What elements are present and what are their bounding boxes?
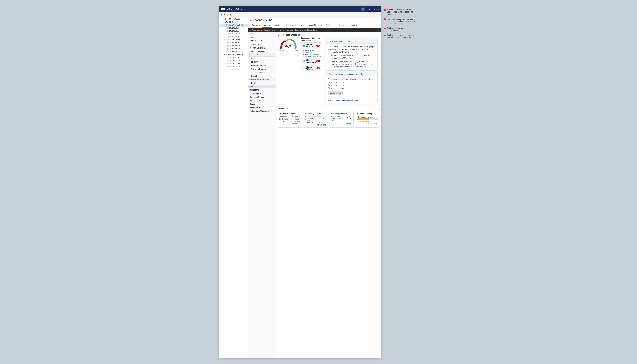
host-radio-input-1[interactable] (328, 82, 330, 84)
tab-networks[interactable]: Networks (336, 23, 348, 28)
why-header[interactable]: ▾ Why is this issue occurring? (326, 39, 378, 44)
grid-icon[interactable]: ⊞ (221, 14, 222, 16)
storage-perf-badge: -24 (316, 60, 320, 62)
nav-performance[interactable]: Performance (248, 106, 276, 110)
sidebar-host-dc3-2[interactable]: ▤ 10.26.355.10 (219, 59, 248, 62)
user-chevron-icon[interactable]: ▾ (378, 8, 379, 10)
tab-summary[interactable]: Summary (250, 23, 262, 28)
nav-storage-util[interactable]: Storage Utilization (248, 67, 276, 71)
vsphere-caret-icon: ▾ (274, 79, 274, 80)
sidebar-datacenter[interactable]: 📁 vSAN-DC (219, 21, 248, 24)
host-radio-input-2[interactable] (328, 84, 330, 86)
task-text: 217 objects are resyncing (358, 116, 376, 118)
sidebar-host-dc3-1[interactable]: ▤ 10.26.355.0 (219, 56, 248, 59)
sidebar-host-dc2-3[interactable]: ▤ 10.26.355.50 (219, 47, 248, 50)
sidebar-host-dc2-1[interactable]: ▤ 10.26.355.0 (219, 41, 248, 44)
cluster-icon-dc1: ⊞ (226, 24, 228, 26)
tasks-view-more[interactable]: VIEW MORE (357, 123, 378, 125)
hosts-disconnected-subitem[interactable]: → Hosts disconnected (301, 54, 322, 55)
nav-perf-diagnostics[interactable]: Performance Diagnostics (248, 110, 276, 113)
capacity-view-more[interactable]: VIEW MORE (305, 124, 326, 126)
storage-policies-view-more[interactable]: VIEW MORE (331, 123, 352, 124)
nav-net-util[interactable]: Network Utilization (248, 50, 276, 53)
storage-perf-icon: 📊 (303, 60, 305, 62)
file-server-subitem[interactable]: → File server unavailable (301, 56, 322, 58)
nav-storage-overview[interactable]: Storage Overview (248, 71, 276, 74)
host-radio-input-3[interactable] (328, 88, 330, 89)
nav-section-vsphere[interactable]: vSphere Cluster Services ▾ (248, 78, 276, 81)
list-icon[interactable]: ☰ (227, 14, 228, 16)
nav-history[interactable]: History (248, 36, 276, 39)
sidebar-cluster-dc1[interactable]: ▼ ⊞ vSAN Cluster DC1 (219, 24, 248, 26)
enable-vmnic-button[interactable]: Enable vmknic (328, 91, 343, 95)
host-radio-2[interactable]: ▤ 10.26.219.01 (328, 84, 376, 86)
nav-health[interactable]: Health (248, 81, 276, 85)
sidebar-host-dc3-4[interactable]: ▤ 10.26.355.25 (219, 65, 248, 68)
vmkernal-subitem[interactable]: → vmkernal not configured (301, 50, 322, 53)
nav-capacity[interactable]: Capacity (248, 102, 276, 106)
storage-availability-button[interactable]: 💾 Storage Availability -36 (301, 42, 322, 49)
policy-link[interactable]: vSAN Default Storage Policy (331, 116, 346, 120)
host-icon-dc2-4: ▤ (227, 50, 229, 53)
enabled-services-title: ⟳ Enabled Services (279, 113, 300, 115)
storage-performance-button[interactable]: 📊 Storage Performance -24 (301, 58, 322, 64)
storage-efficiency-button[interactable]: ⚡ Storage Efficiency -2 (301, 65, 322, 71)
nav-cpu[interactable]: CPU (248, 56, 276, 60)
nav-mem-util[interactable]: Memory Utilization (248, 46, 276, 50)
host-radio-1[interactable]: ▤ 10.26.219.02 (328, 82, 376, 84)
tab-vms[interactable]: Virtual Machines (306, 23, 324, 28)
task-row: ℹ 217 objects are resyncing (357, 116, 378, 118)
tab-monitor[interactable]: Monitor (262, 23, 272, 28)
alert-triangle-icon: ⚠ (250, 29, 251, 31)
host-icon-dc3-2: ▤ (227, 60, 229, 62)
nav-dashboard[interactable]: Dashboard (248, 88, 276, 92)
tab-updates[interactable]: Updates (348, 23, 359, 28)
sidebar-cluster-dc2[interactable]: ▼ ⊞ vSAN Cluster DC2 (219, 38, 248, 41)
alert-close-button[interactable]: × (378, 29, 380, 31)
tab-datastores[interactable]: Datastores (324, 23, 336, 28)
nav-vm-rds[interactable]: VM RDS Score (248, 39, 276, 42)
nav-security[interactable]: Security (248, 74, 276, 78)
app-logo[interactable]: vm VMware vSphere (221, 8, 242, 10)
layers-icon[interactable]: ⊟ (224, 14, 226, 16)
cluster-health-title: Cluster Health Status (278, 34, 297, 36)
nav-cpu-util[interactable]: CPU Utilization (248, 42, 276, 46)
sidebar-host-dc1-3[interactable]: ▤ 10.26.355.50 (219, 32, 248, 36)
nav-proactive-tests[interactable]: Proactive Tests (248, 99, 276, 102)
nav-memory[interactable]: Memory (248, 60, 276, 64)
host-radio-3[interactable]: ▤ 10.20.219.41 (328, 87, 376, 89)
tab-hosts[interactable]: Hosts (298, 23, 307, 28)
sidebar-host-dc1-2[interactable]: ▤ 10.26.355.10 (219, 30, 248, 32)
storage-avail-badge: -36 (316, 45, 320, 46)
nav-faults[interactable]: Faults (248, 32, 276, 36)
settings-icon[interactable]: ⊕ (230, 14, 232, 16)
details-cards: ⟳ Enabled Services Performance File Serv… (278, 111, 380, 128)
other-details-close-button[interactable]: × (378, 108, 380, 110)
nav-resyncing-objects[interactable]: Resyncing Objects (248, 95, 276, 99)
host-icon-r1: ▤ (331, 82, 332, 84)
tab-configure[interactable]: Configure (272, 23, 284, 28)
annotation-3: Dedicated space for troubleshooting (384, 27, 415, 31)
sidebar-host-dc2-2[interactable]: ▤ 10.26.355.10 (219, 44, 248, 47)
enabled-services-view-more[interactable]: VIEW MORE (279, 123, 300, 125)
sidebar-host-dc3-3[interactable]: ▤ 10.26.355.50 (219, 62, 248, 65)
sidebar-host-dc1-4[interactable]: ▤ 10.26.355.25 (219, 36, 248, 38)
sidebar-root[interactable]: ⊡ SC-10-78-82-vCenter (219, 18, 248, 21)
vsan-icon: ⚙ (250, 19, 252, 22)
capacity-progress-fill (305, 116, 306, 117)
sidebar-cluster-dc3[interactable]: ▼ ⊞ vSAN Cluster DC3 (219, 53, 248, 56)
monitor-content: Cluster Health Status i (276, 32, 381, 358)
steps-header[interactable]: ▾ What steps can you take to address thi… (326, 72, 378, 76)
sidebar-host-dc1-1[interactable]: ▤ 10.26.355.0 (219, 26, 248, 30)
nav-section-vsan[interactable]: vSAN ▾ (248, 85, 276, 88)
tab-permissions[interactable]: Permissions (284, 23, 298, 28)
health-info-icon[interactable]: i (298, 34, 300, 36)
nav-persistent-memory[interactable]: Persistent Memory (248, 64, 276, 67)
sidebar-host-dc2-4[interactable]: ▤ 10.26.355.25 (219, 50, 248, 53)
learn-more-header[interactable]: ▶ Want to learn more about this issue? (326, 98, 378, 102)
annotations-panel: A visual exploration to motivate users t… (381, 6, 418, 44)
nav-virtual-objects[interactable]: Virtual Objects (248, 92, 276, 95)
nav-section-resource[interactable]: Resource Allocation ▾ (248, 53, 276, 56)
user-name[interactable]: Jamie Smith (366, 8, 376, 10)
policy-size: 10 GB (348, 116, 352, 120)
